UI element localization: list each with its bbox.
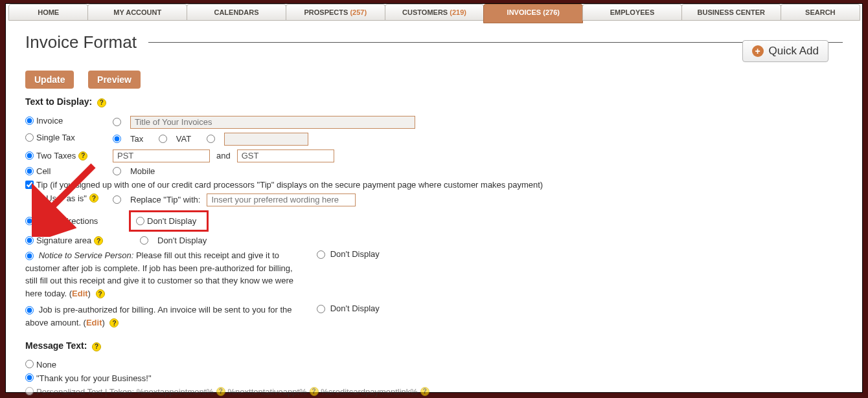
input-tax2[interactable] (237, 149, 334, 162)
page-title-text: Invoice Format (25, 32, 137, 52)
quick-add-label: Quick Add (769, 45, 819, 58)
help-icon-notice[interactable]: ? (96, 289, 105, 298)
token3: %creditcardpaymentlink% (321, 387, 418, 397)
radio-tax[interactable] (113, 135, 121, 143)
help-icon-message[interactable]: ? (92, 342, 101, 351)
radio-mobile[interactable] (113, 167, 121, 175)
input-tip-replace[interactable] (207, 193, 356, 206)
preview-button[interactable]: Preview (88, 71, 141, 89)
label-notice-dont-display: Don't Display (330, 249, 380, 259)
label-invoice: Invoice (36, 116, 63, 126)
label-msg-personal: Personalized Text | Token: %nextappointm… (36, 387, 214, 397)
label-signature-dont-display: Don't Display (157, 236, 207, 245)
radio-single-tax[interactable] (25, 133, 34, 142)
edit-preauth-link[interactable]: Edit (86, 318, 102, 327)
label-tax: Tax (130, 134, 143, 144)
tab-customers-label: CUSTOMERS (402, 8, 448, 16)
tab-customers[interactable]: CUSTOMERS (219) (385, 4, 485, 21)
input-invoice-title[interactable] (130, 116, 415, 129)
section-label: Text to Display: (25, 96, 92, 107)
help-icon-tok1[interactable]: ? (216, 387, 225, 396)
radio-tip-replace[interactable] (113, 195, 121, 204)
input-tax-custom[interactable] (224, 133, 308, 146)
label-two-taxes: Two Taxes (36, 151, 76, 160)
tab-home[interactable]: HOME (8, 4, 88, 21)
radio-invoice-title[interactable] (113, 118, 121, 126)
label-and: and (216, 151, 231, 160)
input-tax1[interactable] (113, 149, 210, 162)
edit-notice-link[interactable]: Edit (72, 289, 88, 298)
radio-notes[interactable] (25, 217, 34, 225)
label-cell: Cell (36, 166, 51, 176)
tab-my-account[interactable]: MY ACCOUNT (87, 4, 187, 21)
plus-icon: + (752, 45, 764, 57)
token2: %nexttentativeappt% (228, 387, 307, 397)
help-icon[interactable]: ? (97, 98, 106, 107)
label-tip-asis: Use "as is" (46, 193, 87, 203)
tab-employees[interactable]: EMPLOYEES (582, 4, 682, 21)
help-icon-tip-asis[interactable]: ? (89, 193, 98, 203)
quick-add-button[interactable]: + Quick Add (742, 40, 829, 62)
tab-search[interactable]: SEARCH (781, 4, 860, 21)
radio-notice-dont-display[interactable] (317, 250, 325, 259)
preauth-text: Job is pre-authorized for billing. An in… (25, 305, 292, 327)
tab-prospects[interactable]: PROSPECTS (257) (286, 4, 385, 21)
radio-preauth-dont-display[interactable] (317, 305, 325, 313)
radio-msg-personal[interactable] (25, 387, 34, 395)
label-msg-none: None (36, 360, 56, 370)
tab-invoices-count: (276) (543, 8, 560, 16)
radio-invoice[interactable] (25, 116, 34, 125)
tab-customers-count: (219) (450, 8, 466, 16)
radio-msg-none[interactable] (25, 360, 34, 368)
text-to-display-heading: Text to Display: ? (25, 96, 843, 107)
label-tip-replace: Replace "Tip" with: (130, 195, 200, 205)
radio-msg-thanks[interactable] (25, 373, 34, 382)
label-msg-thanks: "Thank you for your Business!" (36, 373, 152, 383)
label-notice-lead: Notice to Service Person: (39, 250, 136, 260)
radio-notice[interactable] (25, 252, 34, 260)
label-notes-dont-display: Don't Display (147, 216, 196, 226)
label-notes: Notes/Directions (36, 216, 98, 226)
label-mobile: Mobile (130, 166, 155, 176)
section2-label: Message Text: (25, 340, 87, 351)
action-buttons: Update Preview (25, 71, 843, 89)
message-text-heading: Message Text: ? (25, 340, 843, 351)
tab-prospects-label: PROSPECTS (304, 8, 348, 16)
title-rule (148, 42, 843, 43)
label-single-tax: Single Tax (36, 133, 75, 142)
page-title: Invoice Format (25, 32, 843, 52)
label-vat: VAT (176, 134, 191, 144)
update-button[interactable]: Update (25, 71, 74, 89)
radio-preauth[interactable] (25, 306, 34, 315)
radio-cell[interactable] (25, 167, 34, 175)
help-icon-signature[interactable]: ? (94, 236, 103, 245)
tab-invoices-label: INVOICES (507, 8, 542, 16)
help-icon-two-taxes[interactable]: ? (78, 151, 87, 160)
radio-two-taxes[interactable] (25, 151, 34, 160)
radio-signature[interactable] (25, 236, 34, 245)
radio-notes-dont-display[interactable] (136, 217, 144, 225)
label-tip: Tip (if you signed up with one of our cr… (36, 180, 543, 190)
label-signature: Signature area (36, 236, 91, 246)
help-icon-preauth[interactable]: ? (109, 318, 119, 327)
tab-prospects-count: (257) (350, 8, 367, 16)
highlight-box: Don't Display (129, 210, 209, 232)
label-preauth-dont-display: Don't Display (330, 304, 380, 313)
tab-business-center[interactable]: BUSINESS CENTER (681, 4, 781, 21)
radio-signature-dont-display[interactable] (140, 236, 148, 245)
tab-invoices[interactable]: INVOICES (276) (483, 4, 583, 23)
main-tabs: HOME MY ACCOUNT CALENDARS PROSPECTS (257… (8, 4, 860, 21)
radio-vat[interactable] (159, 135, 167, 143)
tab-calendars[interactable]: CALENDARS (187, 4, 286, 21)
help-icon-tok3[interactable]: ? (420, 387, 429, 396)
help-icon-tok2[interactable]: ? (310, 387, 319, 396)
radio-tax-custom[interactable] (207, 135, 215, 143)
checkbox-tip[interactable] (25, 181, 34, 189)
